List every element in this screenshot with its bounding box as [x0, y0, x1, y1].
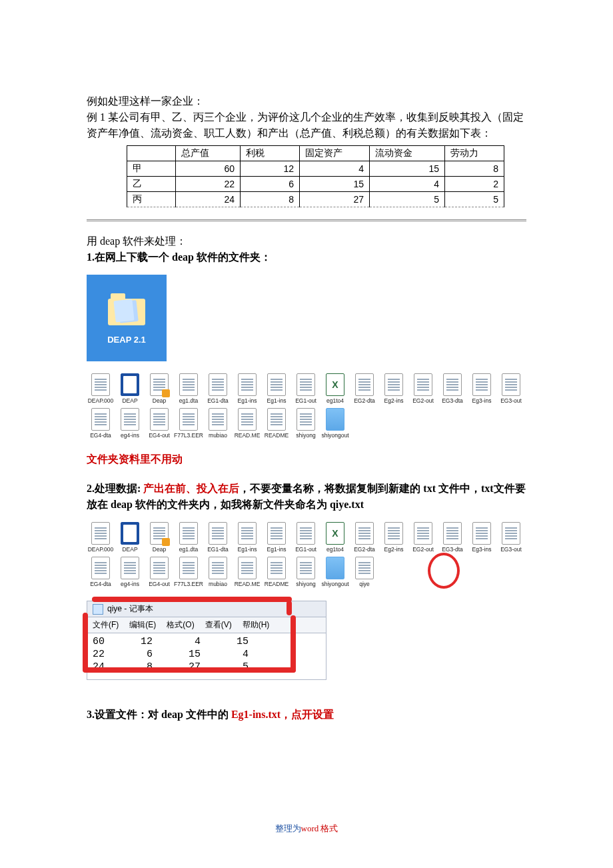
file-icon	[121, 522, 139, 545]
file-item[interactable]: F77L3.EER	[175, 408, 203, 439]
file-label: EG2-out	[412, 547, 434, 553]
file-item[interactable]: Eg3-ins	[468, 373, 496, 404]
file-item[interactable]: DEAP	[116, 373, 144, 404]
file-item[interactable]: Eg3-ins	[468, 522, 496, 553]
file-item[interactable]: eg1.dta	[175, 522, 203, 553]
file-label: DEAP.000	[88, 547, 114, 553]
file-item[interactable]: DEAP.000	[87, 522, 115, 553]
file-item[interactable]: EG4-out	[145, 557, 173, 587]
notepad-titlebar: qiye - 记事本	[87, 601, 326, 617]
file-item[interactable]: EG3-dta	[438, 522, 466, 553]
cell: 27	[300, 192, 370, 207]
menu-help[interactable]: 帮助(H)	[243, 619, 270, 631]
file-label: shiyongout	[321, 433, 348, 439]
cell: 8	[241, 192, 300, 207]
file-item[interactable]: F77L3.EER	[175, 557, 203, 587]
file-icon	[297, 522, 315, 545]
file-item[interactable]: qiye	[350, 557, 378, 587]
text-red: 产出在前、投入在后	[143, 483, 239, 494]
file-item[interactable]: eg4-ins	[116, 408, 144, 439]
file-item[interactable]: EG1-out	[292, 373, 320, 404]
file-label: Eg1-ins	[267, 547, 287, 553]
file-item[interactable]: eg1to4	[321, 522, 349, 553]
table-header	[127, 146, 176, 161]
file-item[interactable]: README	[263, 408, 291, 439]
cell: 24	[176, 192, 241, 207]
file-item[interactable]: shiyongout	[321, 408, 349, 439]
file-icon	[238, 373, 257, 396]
folder-tile[interactable]: DEAP 2.1	[87, 275, 167, 361]
file-icon	[91, 373, 110, 396]
file-item[interactable]: EG2-dta	[350, 522, 378, 553]
file-grid: DEAP.000DEAPDeapeg1.dtaEG1-dtaEg1-insEg1…	[87, 522, 526, 588]
file-item[interactable]: DEAP	[116, 522, 144, 553]
file-label: qiye	[359, 581, 370, 587]
file-item[interactable]: Eg1-ins	[233, 373, 261, 404]
file-item[interactable]: mubiao	[204, 557, 232, 587]
menu-view[interactable]: 查看(V)	[205, 619, 232, 631]
file-item[interactable]: shiyong	[292, 408, 320, 439]
paragraph: 例 1 某公司有甲、乙、丙三个企业，为评价这几个企业的生产效率，收集到反映其投入…	[87, 109, 526, 141]
section-heading: 3.设置文件：对 deap 文件中的 Eg1-ins.txt，点开设置	[87, 707, 526, 723]
file-item[interactable]: mubiao	[204, 408, 232, 439]
file-item[interactable]: eg1to4	[321, 373, 349, 404]
table-header: 固定资产	[300, 146, 370, 161]
file-item[interactable]: EG2-out	[409, 373, 437, 404]
file-icon	[238, 522, 257, 545]
file-label: eg1to4	[326, 398, 344, 404]
file-item[interactable]: shiyong	[292, 557, 320, 587]
file-icon	[267, 557, 286, 579]
file-label: EG4-dta	[90, 581, 111, 587]
file-item[interactable]: Eg1-ins	[233, 522, 261, 553]
menu-format[interactable]: 格式(O)	[167, 619, 194, 631]
file-icon	[502, 373, 520, 396]
file-item[interactable]: EG2-dta	[350, 373, 378, 404]
file-item[interactable]: EG3-dta	[438, 373, 466, 404]
file-item[interactable]: Eg1-ins	[263, 522, 291, 553]
file-label: Deap	[153, 547, 166, 553]
file-label: eg4-ins	[121, 433, 139, 439]
file-icon	[91, 522, 110, 545]
file-item[interactable]: EG3-out	[497, 522, 525, 553]
file-item[interactable]: Eg2-ins	[380, 522, 408, 553]
file-item[interactable]: README	[263, 557, 291, 587]
file-item[interactable]: EG4-dta	[87, 408, 115, 439]
file-label: eg4-ins	[121, 581, 139, 587]
file-label: EG1-out	[295, 547, 316, 553]
file-item[interactable]: shiyongout	[321, 557, 349, 587]
table-header: 劳动力	[445, 146, 504, 161]
file-item[interactable]: EG1-dta	[204, 522, 232, 553]
file-label: Eg1-ins	[238, 398, 257, 404]
file-item[interactable]: Deap	[145, 373, 173, 404]
file-item[interactable]: EG4-dta	[87, 557, 115, 587]
file-label: README	[265, 433, 289, 439]
file-item[interactable]: EG1-out	[292, 522, 320, 553]
file-label: mubiao	[209, 581, 227, 587]
text: 3.设置文件：对 deap 文件中的	[87, 709, 231, 720]
file-item[interactable]: Eg1-ins	[263, 373, 291, 404]
notepad-content[interactable]: 60 12 4 15 8 22 6 15 4 2 24 8 27 5 5	[87, 633, 326, 679]
cell: 8	[445, 161, 504, 177]
file-item[interactable]: READ.ME	[233, 557, 261, 587]
file-icon	[326, 557, 344, 579]
file-item[interactable]: eg4-ins	[116, 557, 144, 587]
file-icon	[326, 522, 344, 545]
file-label: EG4-out	[149, 581, 170, 587]
file-item[interactable]: Deap	[145, 522, 173, 553]
file-item[interactable]: Eg2-ins	[380, 373, 408, 404]
cell: 60	[176, 161, 241, 177]
file-item[interactable]: EG2-out	[409, 522, 437, 553]
folder-icon	[108, 299, 145, 325]
menu-file[interactable]: 文件(F)	[93, 619, 119, 631]
file-item[interactable]: EG4-out	[145, 408, 173, 439]
file-item[interactable]: EG1-dta	[204, 373, 232, 404]
file-item[interactable]: READ.ME	[233, 408, 261, 439]
file-icon	[414, 373, 432, 396]
file-item[interactable]: DEAP.000	[87, 373, 115, 404]
file-item[interactable]: eg1.dta	[175, 373, 203, 404]
section-heading: 1.在网上下载一个 deap 软件的文件夹：	[87, 249, 526, 265]
table-row: 丙 24 8 27 5 5	[127, 192, 504, 207]
file-item[interactable]: EG3-out	[497, 373, 525, 404]
menu-edit[interactable]: 编辑(E)	[129, 619, 156, 631]
file-icon	[209, 408, 227, 431]
